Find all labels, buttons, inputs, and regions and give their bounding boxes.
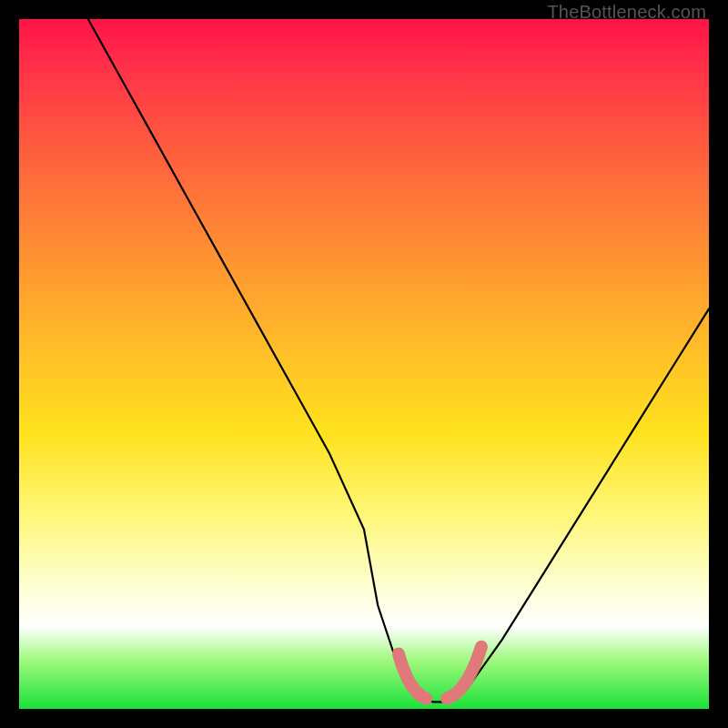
optimal-marker-right [447,647,481,699]
chart-plot-area [19,19,709,709]
chart-frame: TheBottleneck.com [0,0,728,728]
curve-path [88,19,709,702]
optimal-marker-left [399,653,426,698]
bottleneck-curve [19,19,709,709]
